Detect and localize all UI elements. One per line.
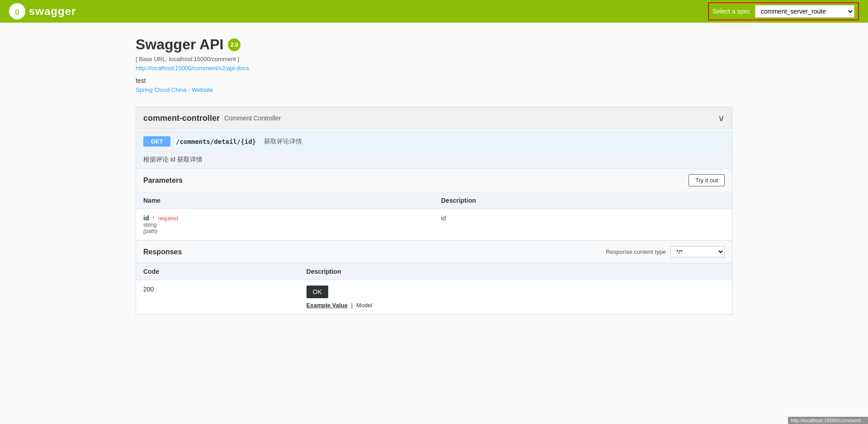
api-header: Swagger API 2.0 [ Base URL: localhost:15… bbox=[136, 36, 732, 93]
response-content-type-label: Response content type bbox=[606, 248, 666, 255]
responses-title: Responses bbox=[143, 248, 182, 256]
responses-section: Responses Response content type */* Code… bbox=[136, 240, 732, 314]
select-a-spec-label: Select a spec bbox=[712, 8, 750, 15]
api-version-badge: 2.0 bbox=[228, 38, 241, 51]
controller-header[interactable]: comment-controller Comment Controller ∨ bbox=[136, 107, 732, 129]
param-col-name: Name bbox=[136, 192, 434, 209]
api-title-row: Swagger API 2.0 bbox=[136, 36, 732, 53]
response-col-description: Description bbox=[299, 263, 732, 280]
response-links-separator: | bbox=[351, 302, 353, 309]
response-code-cell: 200 bbox=[136, 280, 299, 314]
api-description: test bbox=[136, 77, 732, 84]
api-contact-link[interactable]: Spring Cloud China - Website bbox=[136, 86, 213, 93]
try-it-out-button[interactable]: Try it out bbox=[689, 174, 725, 186]
responses-section-header: Responses Response content type */* bbox=[136, 241, 732, 263]
param-required-label: required bbox=[158, 215, 178, 222]
swagger-logo-icon: {} bbox=[9, 3, 25, 19]
parameters-table: Name Description id * required string bbox=[136, 192, 732, 240]
controller-header-left: comment-controller Comment Controller bbox=[143, 114, 281, 123]
param-required-star: * bbox=[152, 215, 155, 222]
parameters-title: Parameters bbox=[143, 176, 183, 185]
table-row: id * required string (path) id bbox=[136, 209, 732, 240]
api-title: Swagger API bbox=[136, 36, 223, 53]
param-description: id bbox=[441, 214, 446, 222]
table-row: 200 OK Example Value | Model bbox=[136, 280, 732, 314]
logo: {} swagger bbox=[9, 3, 76, 19]
endpoint-description: 根据评论 id 获取详情 bbox=[136, 151, 732, 169]
spec-selector-container: Select a spec comment_server_route bbox=[708, 2, 859, 20]
endpoint-card: GET /comments/detail/{id} 获取评论详情 根据评论 id… bbox=[136, 131, 732, 315]
response-content-type-select[interactable]: */* bbox=[670, 246, 725, 257]
example-value-link[interactable]: Example Value bbox=[307, 302, 348, 309]
model-link[interactable]: Model bbox=[356, 302, 372, 309]
param-col-description: Description bbox=[434, 192, 732, 209]
http-method-badge: GET bbox=[143, 136, 170, 147]
response-description-cell: OK Example Value | Model bbox=[299, 280, 732, 314]
controller-description: Comment Controller bbox=[224, 114, 281, 122]
chevron-down-icon: ∨ bbox=[718, 113, 725, 124]
svg-text:{}: {} bbox=[15, 8, 19, 15]
topnav: {} swagger Select a spec comment_server_… bbox=[0, 0, 868, 23]
response-col-code: Code bbox=[136, 263, 299, 280]
parameters-section-header: Parameters Try it out bbox=[136, 169, 732, 192]
controller-section: comment-controller Comment Controller ∨ … bbox=[136, 107, 732, 315]
api-base-url: [ Base URL: localhost:15000/comment ] bbox=[136, 56, 732, 62]
endpoint-summary: 获取评论详情 bbox=[264, 138, 302, 146]
response-code: 200 bbox=[143, 286, 154, 293]
param-description-cell: id bbox=[434, 209, 732, 240]
logo-text: swagger bbox=[29, 5, 76, 18]
param-name: id bbox=[143, 214, 149, 222]
api-docs-link[interactable]: http://localhost:15000/comment/v2/api-do… bbox=[136, 65, 249, 71]
endpoint-header[interactable]: GET /comments/detail/{id} 获取评论详情 bbox=[136, 132, 732, 151]
responses-table: Code Description 200 OK Ex bbox=[136, 263, 732, 314]
endpoint-path: /comments/detail/{id} bbox=[176, 138, 256, 145]
param-name-cell: id * required string (path) bbox=[136, 209, 434, 240]
response-example-links: Example Value | Model bbox=[307, 302, 725, 309]
param-type: string bbox=[143, 222, 427, 228]
param-location: (path) bbox=[143, 228, 427, 234]
main-content: Swagger API 2.0 [ Base URL: localhost:15… bbox=[118, 23, 750, 332]
controller-name: comment-controller bbox=[143, 114, 220, 123]
response-content-type-container: Response content type */* bbox=[606, 246, 725, 257]
spec-select[interactable]: comment_server_route bbox=[755, 5, 854, 18]
response-ok-badge: OK bbox=[307, 286, 328, 298]
